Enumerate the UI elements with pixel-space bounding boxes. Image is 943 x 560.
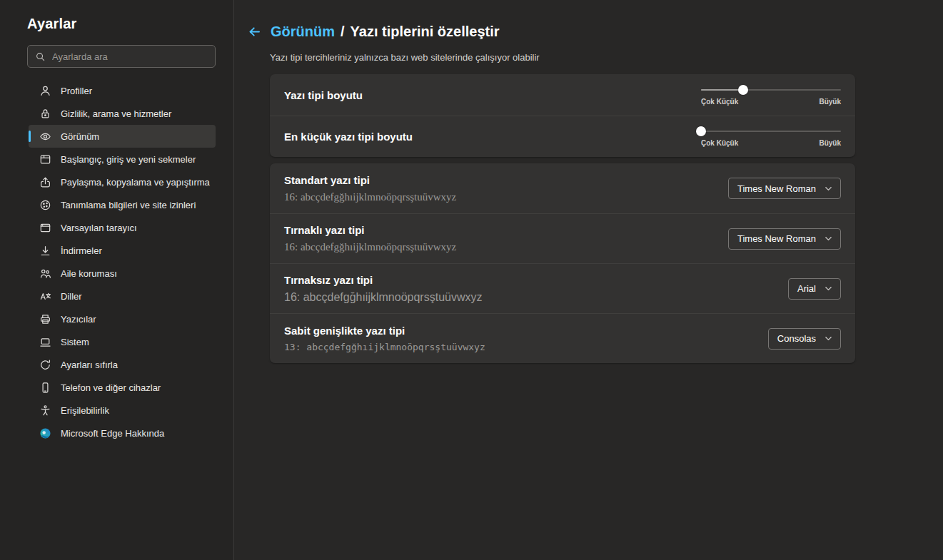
sans-serif-font-row: Tırnaksız yazı tipi 16: abcçdefgğhıijklm… — [270, 263, 855, 313]
accessibility-icon — [39, 404, 51, 417]
lock-icon — [39, 108, 51, 120]
breadcrumb-appearance-link[interactable]: Görünüm — [271, 24, 335, 40]
standard-font-row: Standart yazı tipi 16: abcçdefgğhıijklmn… — [270, 163, 855, 213]
font-size-slider[interactable] — [701, 85, 841, 95]
reset-icon — [39, 359, 51, 371]
sidebar-item-label: Varsayılan tarayıcı — [61, 223, 137, 233]
sidebar-item-label: Görünüm — [61, 131, 99, 142]
printer-icon — [39, 313, 51, 325]
sidebar-nav: Profiller Gizlilik, arama ve hizmetler G… — [29, 79, 216, 444]
phone-icon — [39, 382, 51, 394]
selected-font-name: Consolas — [777, 333, 816, 344]
minimum-font-size-slider[interactable] — [701, 126, 841, 136]
sidebar-item-reset-settings[interactable]: Ayarları sıfırla — [29, 353, 216, 376]
minimum-font-size-row: En küçük yazı tipi boyutu Çok Küçük Büyü… — [270, 116, 855, 157]
slider-max-label: Büyük — [819, 98, 841, 106]
sidebar-item-label: Profiller — [61, 86, 92, 96]
sidebar-item-family-safety[interactable]: Aile koruması — [29, 262, 216, 285]
slider-fill — [701, 89, 743, 91]
fixed-width-font-select[interactable]: Consolas — [768, 328, 841, 350]
sans-serif-font-sample: 16: abcçdefgğhıijklmnoöpqrsştuüvwxyz — [284, 291, 482, 304]
slider-labels: Çok Küçük Büyük — [701, 98, 841, 106]
sidebar-item-label: Sistem — [61, 337, 89, 347]
breadcrumb: Görünüm / Yazı tiplerini özelleştir — [271, 24, 500, 40]
fixed-width-font-row: Sabit genişlikte yazı tipi 13: abcçdefgğ… — [270, 313, 855, 363]
standard-font-sample: 16: abcçdefgğhıijklmnoöpqrsştuüvwxyz — [284, 191, 456, 203]
slider-max-label: Büyük — [819, 139, 841, 147]
sidebar-item-share-copy-paste[interactable]: Paylaşma, kopyalama ve yapıştırma — [29, 170, 216, 193]
download-icon — [39, 245, 51, 257]
sidebar-item-label: Diller — [61, 291, 82, 302]
search-input[interactable] — [52, 51, 208, 62]
sidebar-item-accessibility[interactable]: Erişilebilirlik — [29, 399, 216, 422]
share-icon — [39, 176, 51, 188]
search-icon — [35, 51, 46, 62]
selected-font-name: Times New Roman — [737, 233, 816, 244]
slider-thumb[interactable] — [696, 126, 706, 136]
sidebar-item-printers[interactable]: Yazıcılar — [29, 307, 216, 330]
sidebar-item-system[interactable]: Sistem — [29, 330, 216, 353]
settings-search-box[interactable] — [27, 45, 216, 68]
sans-serif-font-label: Tırnaksız yazı tipi — [284, 274, 482, 286]
minimum-font-size-slider-group: Çok Küçük Büyük — [701, 126, 841, 147]
slider-min-label: Çok Küçük — [701, 139, 738, 147]
appearance-icon — [39, 131, 51, 143]
fixed-width-font-sample: 13: abcçdefgğhıijklmnoöpqrsştuüvwxyz — [284, 342, 485, 352]
sans-serif-font-select[interactable]: Arial — [788, 278, 841, 300]
sidebar-item-label: Telefon ve diğer cihazlar — [61, 382, 161, 393]
back-button[interactable] — [248, 25, 261, 39]
sidebar-item-label: Ayarları sıfırla — [61, 360, 118, 370]
slider-thumb[interactable] — [738, 85, 748, 95]
standard-font-select[interactable]: Times New Roman — [728, 178, 841, 199]
chevron-down-icon — [824, 234, 833, 243]
page-subtitle: Yazı tipi tercihleriniz yalnızca bazı we… — [270, 52, 943, 63]
languages-icon — [39, 290, 51, 302]
edge-settings-page: Ayarlar Profiller Gizlilik, arama ve hiz… — [0, 0, 943, 560]
sidebar-item-privacy[interactable]: Gizlilik, arama ve hizmetler — [29, 102, 216, 125]
back-arrow-icon — [248, 25, 261, 39]
slider-track — [701, 131, 841, 132]
selected-font-name: Arial — [797, 283, 816, 294]
family-icon — [39, 268, 51, 280]
font-size-row: Yazı tipi boyutu Çok Küçük Büyük — [270, 74, 855, 116]
chevron-down-icon — [824, 184, 833, 193]
page-header: Görünüm / Yazı tiplerini özelleştir — [234, 21, 943, 41]
sidebar-item-downloads[interactable]: İndirmeler — [29, 239, 216, 262]
sidebar-item-appearance[interactable]: Görünüm — [29, 125, 216, 148]
settings-sidebar: Ayarlar Profiller Gizlilik, arama ve hiz… — [0, 0, 234, 560]
system-icon — [39, 336, 51, 348]
font-size-label: Yazı tipi boyutu — [284, 89, 363, 101]
sidebar-item-profiles[interactable]: Profiller — [29, 79, 216, 102]
font-info: Tırnaksız yazı tipi 16: abcçdefgğhıijklm… — [284, 274, 482, 304]
sidebar-item-label: Yazıcılar — [61, 314, 96, 325]
sidebar-item-default-browser[interactable]: Varsayılan tarayıcı — [29, 216, 216, 239]
font-info: Tırnaklı yazı tipi 16: abcçdefgğhıijklmn… — [284, 224, 456, 253]
sidebar-item-label: Erişilebilirlik — [61, 405, 109, 416]
serif-font-select[interactable]: Times New Roman — [728, 228, 841, 250]
fixed-width-font-label: Sabit genişlikte yazı tipi — [284, 325, 485, 337]
minimum-font-size-label: En küçük yazı tipi boyutu — [284, 131, 413, 143]
chevron-down-icon — [824, 284, 833, 293]
sidebar-title: Ayarlar — [27, 16, 215, 32]
slider-min-label: Çok Küçük — [701, 98, 738, 106]
sidebar-item-label: Tanımlama bilgileri ve site izinleri — [61, 200, 196, 210]
main-content: Görünüm / Yazı tiplerini özelleştir Yazı… — [234, 0, 943, 560]
cookies-icon — [39, 199, 51, 211]
font-size-card: Yazı tipi boyutu Çok Küçük Büyük En küçü… — [270, 74, 855, 157]
sidebar-item-languages[interactable]: Diller — [29, 285, 216, 307]
sidebar-item-label: İndirmeler — [61, 245, 102, 256]
sidebar-item-phone-devices[interactable]: Telefon ve diğer cihazlar — [29, 376, 216, 399]
custom-fonts-card: Standart yazı tipi 16: abcçdefgğhıijklmn… — [270, 163, 855, 363]
serif-font-sample: 16: abcçdefgğhıijklmnoöpqrsştuüvwxyz — [284, 241, 456, 253]
sidebar-item-cookies-permissions[interactable]: Tanımlama bilgileri ve site izinleri — [29, 193, 216, 216]
slider-labels: Çok Küçük Büyük — [701, 139, 841, 147]
font-info: Sabit genişlikte yazı tipi 13: abcçdefgğ… — [284, 325, 485, 352]
font-info: Standart yazı tipi 16: abcçdefgğhıijklmn… — [284, 174, 456, 203]
sidebar-item-about-edge[interactable]: Microsoft Edge Hakkında — [29, 422, 216, 444]
edge-logo-icon — [39, 427, 51, 439]
chevron-down-icon — [824, 334, 833, 343]
serif-font-label: Tırnaklı yazı tipi — [284, 224, 456, 236]
startup-tabs-icon — [39, 153, 51, 166]
sidebar-item-startup[interactable]: Başlangıç, giriş ve yeni sekmeler — [29, 148, 216, 170]
sidebar-item-label: Aile koruması — [61, 268, 117, 279]
